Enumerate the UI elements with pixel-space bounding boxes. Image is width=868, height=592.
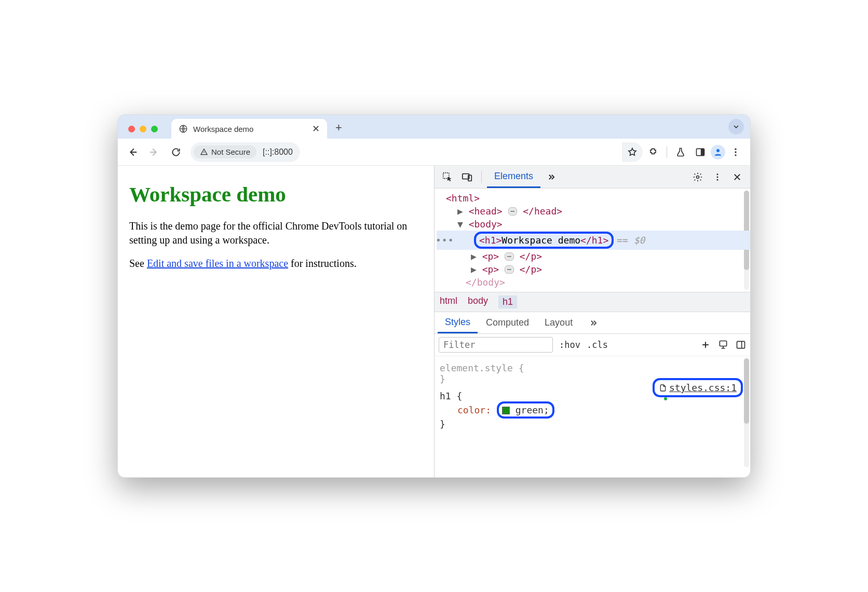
separator — [481, 171, 482, 183]
new-style-rule-icon[interactable] — [700, 340, 711, 350]
source-link-text: styles.css:1 — [669, 382, 737, 393]
dom-node-head[interactable]: ▶ <head> ⋯ </head> — [437, 205, 750, 218]
globe-icon — [179, 124, 188, 133]
svg-rect-15 — [737, 341, 745, 348]
svg-point-10 — [697, 176, 699, 178]
highlight-ring: <h1>Workspace demo</h1> — [474, 232, 614, 249]
bookmark-button[interactable] — [622, 142, 643, 162]
browser-toolbar: Not Secure [::]:8000 — [118, 139, 750, 166]
devtools-header: Elements — [435, 166, 750, 189]
labs-button[interactable] — [671, 143, 690, 162]
forward-button[interactable] — [145, 143, 164, 162]
ellipsis-icon[interactable]: ⋯ — [508, 207, 518, 216]
subtab-computed[interactable]: Computed — [479, 312, 536, 333]
breadcrumb-h1[interactable]: h1 — [498, 295, 517, 308]
new-tab-button[interactable]: + — [327, 121, 350, 139]
styles-subtabs: Styles Computed Layout — [435, 312, 750, 334]
svg-point-4 — [735, 148, 736, 150]
rendered-page: Workspace demo This is the demo page for… — [118, 166, 434, 477]
highlight-ring: styles.css:1 — [653, 378, 743, 397]
svg-point-3 — [716, 149, 720, 152]
highlight-ring: green; — [497, 401, 554, 419]
dom-tree[interactable]: <html> ▶ <head> ⋯ </head> ▼ <body> ••• — [435, 189, 750, 292]
tab-title: Workspace demo — [193, 125, 253, 133]
svg-rect-14 — [720, 341, 726, 346]
dom-node-p-1[interactable]: ▶ <p> ⋯ </p> — [437, 250, 750, 263]
subtab-layout[interactable]: Layout — [537, 312, 580, 333]
devtools-close-icon[interactable] — [728, 168, 746, 186]
content-area: Workspace demo This is the demo page for… — [118, 166, 750, 477]
cls-toggle[interactable]: .cls — [587, 340, 608, 350]
svg-point-11 — [717, 173, 718, 175]
back-button[interactable] — [123, 143, 142, 162]
dom-node-body-close[interactable]: </body> — [437, 276, 750, 289]
security-chip[interactable]: Not Secure — [194, 145, 256, 158]
url-text: [::]:8000 — [259, 147, 297, 157]
tab-strip: Workspace demo ✕ + — [118, 115, 750, 139]
more-subtabs-icon[interactable] — [581, 312, 606, 333]
reload-button[interactable] — [167, 143, 185, 162]
inspect-element-icon[interactable] — [439, 168, 456, 186]
breadcrumb-html[interactable]: html — [440, 295, 457, 308]
rule-source-link[interactable]: styles.css:1 — [653, 378, 743, 397]
extensions-button[interactable] — [644, 143, 662, 162]
address-bar[interactable]: Not Secure [::]:8000 — [191, 142, 300, 162]
tab-overflow-button[interactable] — [728, 119, 744, 134]
dom-breadcrumb: html body h1 — [435, 292, 750, 312]
print-media-icon[interactable] — [718, 340, 728, 350]
hov-toggle[interactable]: :hov — [559, 340, 580, 350]
device-toggle-icon[interactable] — [458, 168, 476, 186]
subtab-styles[interactable]: Styles — [438, 312, 478, 333]
ellipsis-icon[interactable]: ⋯ — [505, 265, 514, 274]
workspace-tutorial-link[interactable]: Edit and save files in a workspace — [147, 258, 288, 269]
window-close-button[interactable] — [128, 126, 135, 132]
dom-node-html[interactable]: <html> — [437, 192, 750, 205]
page-paragraph-1: This is the demo page for the official C… — [129, 219, 423, 247]
computed-sidebar-icon[interactable] — [736, 340, 746, 350]
svg-rect-2 — [701, 149, 704, 155]
tab-close-icon[interactable]: ✕ — [312, 123, 320, 134]
page-paragraph-2: See Edit and save files in a workspace f… — [129, 257, 423, 271]
p2-suffix: for instructions. — [288, 258, 357, 269]
more-tabs-icon[interactable] — [542, 168, 560, 186]
styles-filter-input[interactable] — [439, 337, 553, 353]
security-label: Not Secure — [211, 147, 250, 156]
devtools-tab-elements[interactable]: Elements — [487, 166, 540, 188]
window-controls — [124, 126, 162, 139]
svg-point-12 — [717, 176, 718, 178]
window-minimize-button[interactable] — [140, 126, 146, 132]
devtools-menu-icon[interactable] — [709, 168, 726, 186]
browser-window: Workspace demo ✕ + Not Secure [::]:8000 — [117, 114, 751, 478]
chrome-menu-button[interactable] — [726, 143, 745, 162]
svg-point-13 — [717, 179, 718, 180]
dom-node-body[interactable]: ▼ <body> — [437, 218, 750, 231]
dom-node-p-2[interactable]: ▶ <p> ⋯ </p> — [437, 263, 750, 276]
p2-prefix: See — [129, 258, 147, 269]
svg-point-6 — [735, 154, 736, 156]
css-rules-pane[interactable]: element.style { } h1 { color: green; } — [435, 356, 750, 477]
svg-point-5 — [735, 151, 736, 153]
breadcrumb-body[interactable]: body — [468, 295, 488, 308]
page-heading: Workspace demo — [129, 180, 423, 209]
browser-tab[interactable]: Workspace demo ✕ — [171, 119, 327, 139]
window-maximize-button[interactable] — [151, 126, 158, 132]
ellipsis-icon[interactable]: ⋯ — [505, 252, 514, 261]
file-icon — [659, 384, 667, 392]
dom-node-h1-selected[interactable]: ••• <h1>Workspace demo</h1> == $0 — [437, 231, 750, 250]
devtools-panel: Elements <htm — [434, 166, 750, 477]
scrollbar[interactable] — [744, 358, 749, 467]
toolbar-actions — [622, 142, 745, 162]
devtools-settings-icon[interactable] — [689, 168, 707, 186]
side-panel-button[interactable] — [691, 143, 710, 162]
color-swatch-icon[interactable] — [502, 407, 510, 414]
separator — [667, 146, 667, 158]
profile-avatar[interactable] — [711, 145, 725, 159]
styles-filter-row: :hov .cls — [435, 334, 750, 356]
dom-node-dots-icon[interactable]: ••• — [436, 235, 454, 246]
